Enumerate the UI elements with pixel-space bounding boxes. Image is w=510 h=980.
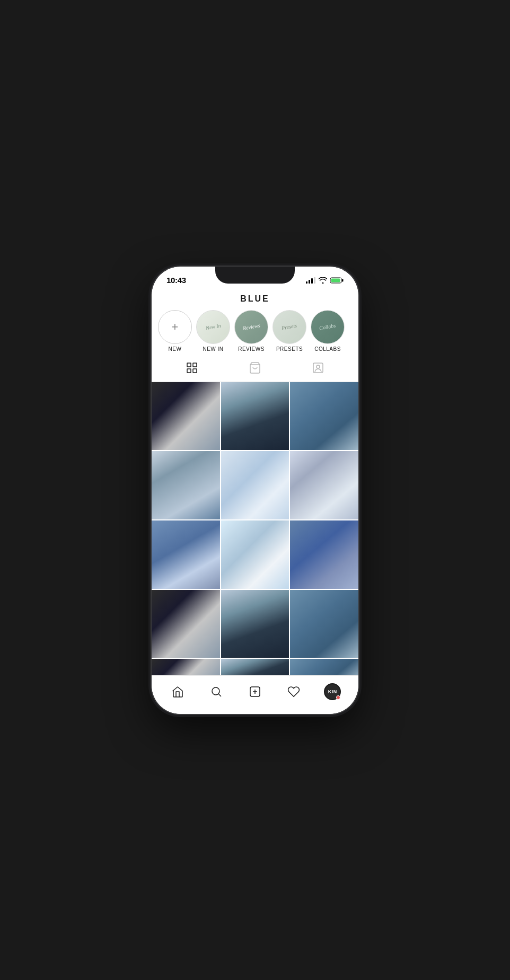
app-content: BLUE + New New In NEW IN <box>152 290 358 714</box>
grid-cell-4-2[interactable] <box>221 590 289 658</box>
grid-cell-2-3[interactable] <box>290 451 358 519</box>
story-circle-new[interactable]: + <box>158 310 192 344</box>
avatar-notification-dot <box>336 695 340 700</box>
post-tabs <box>152 354 358 382</box>
svg-rect-4 <box>193 363 197 367</box>
signal-icon <box>306 277 315 284</box>
grid-cell-5-1[interactable] <box>152 659 220 675</box>
story-text-collabs: Collabs <box>319 322 337 331</box>
stories-row[interactable]: + New New In NEW IN Reviews REVIEWS <box>152 306 358 354</box>
grid-row-5 <box>152 659 358 675</box>
grid-cell-1-1[interactable] <box>152 382 220 451</box>
phone-frame: 10:43 <box>152 267 358 714</box>
add-icon <box>249 685 261 698</box>
story-item-newin[interactable]: New In NEW IN <box>196 310 230 352</box>
story-label-newin: NEW IN <box>203 346 223 352</box>
story-label-presets: PRESETS <box>276 346 303 352</box>
photo-grid[interactable] <box>152 382 358 675</box>
bottom-nav: KIN <box>152 675 358 714</box>
story-item-reviews[interactable]: Reviews REVIEWS <box>234 310 268 352</box>
svg-point-10 <box>212 687 219 695</box>
grid-cell-2-1[interactable] <box>152 451 220 519</box>
home-icon <box>171 685 184 698</box>
nav-profile[interactable]: KIN <box>321 680 344 703</box>
story-item-collabs[interactable]: Collabs COLLABS <box>311 310 345 352</box>
tab-grid[interactable] <box>183 359 200 376</box>
grid-cell-3-3[interactable] <box>290 520 358 589</box>
grid-cell-3-2[interactable] <box>221 520 289 589</box>
grid-cell-3-1[interactable] <box>152 520 220 589</box>
svg-rect-3 <box>187 363 191 367</box>
grid-cell-4-3[interactable] <box>290 590 358 658</box>
story-label-reviews: REVIEWS <box>238 346 265 352</box>
app-header: BLUE <box>152 290 358 306</box>
screen: 10:43 <box>152 267 358 714</box>
story-circle-presets[interactable]: Presets <box>272 310 306 344</box>
plus-icon: + <box>172 320 179 334</box>
status-icons <box>306 277 344 284</box>
battery-icon <box>330 277 344 284</box>
nav-home[interactable] <box>166 680 189 703</box>
story-text-newin: New In <box>205 323 221 331</box>
grid-row-1 <box>152 382 358 451</box>
grid-row-3 <box>152 520 358 589</box>
story-item-presets[interactable]: Presets PRESETS <box>272 310 306 352</box>
nav-search[interactable] <box>205 680 228 703</box>
story-label-new: New <box>169 346 182 352</box>
grid-cell-5-2[interactable] <box>221 659 289 675</box>
notch <box>215 267 295 284</box>
story-label-collabs: COLLABS <box>314 346 341 352</box>
nav-heart[interactable] <box>282 680 305 703</box>
grid-row-4 <box>152 590 358 658</box>
app-title: BLUE <box>160 294 350 304</box>
story-item-new[interactable]: + New <box>158 310 192 352</box>
svg-point-9 <box>316 365 320 368</box>
wifi-icon <box>319 277 327 284</box>
grid-cell-1-2[interactable] <box>221 382 289 451</box>
nav-add[interactable] <box>243 680 267 703</box>
svg-line-11 <box>218 694 221 696</box>
heart-icon <box>287 685 300 698</box>
grid-cell-4-1[interactable] <box>152 590 220 658</box>
svg-rect-6 <box>193 369 197 373</box>
story-circle-newin[interactable]: New In <box>196 310 230 344</box>
story-text-presets: Presets <box>282 323 298 331</box>
avatar-nav[interactable]: KIN <box>324 683 341 700</box>
grid-cell-2-2[interactable] <box>221 451 289 519</box>
tab-tagged[interactable] <box>310 359 327 376</box>
story-circle-collabs[interactable]: Collabs <box>311 310 345 344</box>
story-circle-reviews[interactable]: Reviews <box>234 310 268 344</box>
svg-rect-1 <box>342 279 344 281</box>
grid-row-2 <box>152 451 358 519</box>
search-icon <box>210 685 223 698</box>
tab-shop[interactable] <box>247 359 263 376</box>
grid-cell-5-3[interactable] <box>290 659 358 675</box>
avatar-initials: KIN <box>328 689 337 694</box>
svg-rect-5 <box>187 369 191 373</box>
grid-cell-1-3[interactable] <box>290 382 358 451</box>
status-time: 10:43 <box>166 276 186 285</box>
svg-rect-2 <box>331 278 340 282</box>
story-text-reviews: Reviews <box>242 322 260 331</box>
